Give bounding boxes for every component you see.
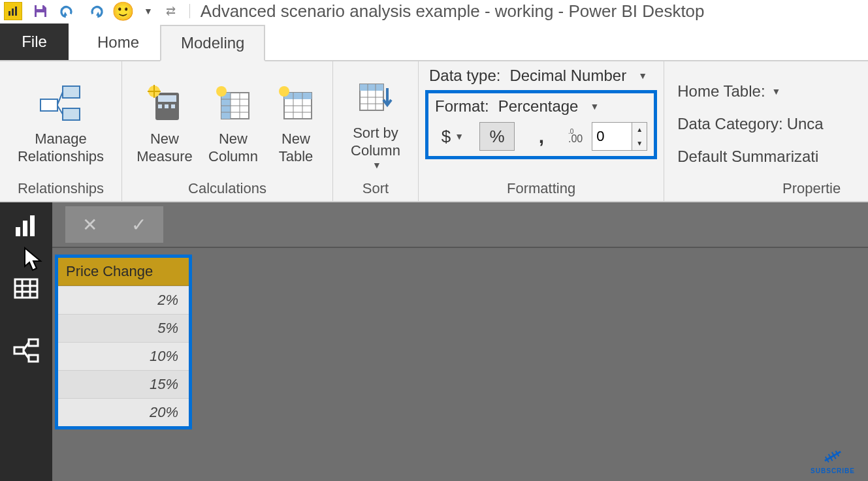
- report-view-button[interactable]: [8, 208, 44, 244]
- new-measure-icon: [142, 80, 187, 126]
- new-column-button[interactable]: New Column: [203, 78, 263, 166]
- sort-by-column-icon: [353, 74, 398, 120]
- svg-rect-47: [29, 355, 38, 362]
- home-table-label: Home Table:: [677, 82, 765, 101]
- currency-format-button[interactable]: $ ▼: [435, 122, 470, 151]
- svg-rect-40: [15, 279, 37, 298]
- chevron-down-icon[interactable]: ▼: [772, 86, 781, 97]
- svg-rect-6: [63, 86, 80, 98]
- new-table-label: New Table: [279, 130, 313, 166]
- group-label-relationships: Relationships: [18, 178, 104, 198]
- smiley-icon[interactable]: 🙂: [114, 2, 132, 20]
- data-type-value[interactable]: Decimal Number: [509, 67, 626, 85]
- manage-relationships-button[interactable]: Manage Relationships: [7, 78, 115, 166]
- formula-input[interactable]: [167, 211, 868, 238]
- redo-icon[interactable]: [86, 2, 104, 20]
- sort-by-column-button[interactable]: Sort by Column ▼: [340, 72, 411, 172]
- svg-rect-45: [14, 347, 24, 354]
- new-column-label: New Column: [208, 130, 258, 166]
- svg-rect-46: [29, 339, 38, 346]
- new-table-icon: [273, 80, 319, 126]
- group-label-calculations: Calculations: [188, 178, 266, 198]
- model-view-button[interactable]: [8, 333, 44, 369]
- sort-by-column-label: Sort by Column: [351, 124, 400, 160]
- decimal-places-stepper[interactable]: ▲ ▼: [592, 122, 647, 151]
- new-measure-label: New Measure: [137, 130, 193, 166]
- percent-icon: %: [489, 127, 504, 147]
- new-measure-button[interactable]: New Measure: [129, 78, 201, 166]
- new-table-button[interactable]: New Table: [266, 78, 326, 166]
- formula-bar: ✕ ✓: [52, 202, 868, 248]
- subscribe-label: SUBSCRIBE: [811, 467, 855, 474]
- cancel-formula-button[interactable]: ✕: [71, 211, 110, 238]
- commit-formula-button[interactable]: ✓: [120, 211, 159, 238]
- comma-icon: ,: [539, 125, 544, 147]
- svg-rect-1: [12, 8, 14, 16]
- decimal-places-input[interactable]: [592, 122, 632, 151]
- spin-down-icon[interactable]: ▼: [632, 136, 647, 150]
- ribbon-group-properties: Home Table: ▼ Data Category: Unca Defaul…: [664, 61, 847, 201]
- table-row[interactable]: 20%: [58, 398, 189, 426]
- data-category-label: Data Category:: [677, 115, 782, 133]
- chevron-down-icon: ▼: [455, 131, 464, 142]
- data-type-label: Data type:: [429, 67, 500, 85]
- manage-relationships-label: Manage Relationships: [18, 130, 104, 166]
- ribbon-group-relationships: Manage Relationships Relationships: [0, 61, 122, 201]
- svg-rect-37: [16, 227, 20, 236]
- dollar-icon: $: [442, 127, 451, 147]
- svg-rect-0: [8, 11, 10, 16]
- svg-rect-11: [165, 104, 169, 108]
- table-row[interactable]: 5%: [58, 314, 189, 342]
- spin-up-icon[interactable]: ▲: [632, 123, 647, 136]
- table-header[interactable]: Price Change: [58, 258, 189, 286]
- svg-rect-5: [40, 99, 57, 111]
- price-change-table[interactable]: Price Change 2% 5% 10% 15% 20%: [55, 255, 192, 429]
- undo-icon[interactable]: [59, 2, 77, 20]
- tab-modeling[interactable]: Modeling: [160, 25, 265, 61]
- ribbon: Manage Relationships Relationships New M…: [0, 60, 868, 202]
- group-label-properties: Propertie: [782, 178, 841, 198]
- format-value[interactable]: Percentage: [498, 97, 579, 116]
- group-label-formatting: Formatting: [507, 178, 575, 198]
- format-highlight-box: Format: Percentage ▼ $ ▼ % ,: [425, 90, 657, 159]
- title-bar: 🙂 ▼ ⇄ Advanced scenario analysis example…: [0, 0, 868, 22]
- new-column-icon: [210, 80, 256, 126]
- percent-format-button[interactable]: %: [479, 122, 515, 151]
- table-row[interactable]: 2%: [58, 286, 189, 314]
- table-row[interactable]: 10%: [58, 342, 189, 370]
- svg-rect-10: [158, 104, 162, 108]
- default-summarization-label: Default Summarizati: [677, 147, 818, 166]
- svg-rect-4: [37, 12, 44, 17]
- ribbon-group-sort: Sort by Column ▼ Sort: [333, 61, 419, 201]
- save-icon[interactable]: [31, 2, 50, 20]
- group-label-sort: Sort: [362, 178, 389, 198]
- relationships-icon: [38, 80, 84, 126]
- subscribe-badge[interactable]: SUBSCRIBE: [811, 446, 855, 474]
- app-logo-icon: [4, 2, 22, 20]
- svg-rect-9: [158, 95, 176, 102]
- thousands-separator-button[interactable]: ,: [524, 122, 559, 151]
- view-switcher-rail: [0, 202, 52, 481]
- qat-customize-icon[interactable]: ⇄: [162, 2, 180, 20]
- svg-rect-32: [360, 84, 383, 91]
- svg-rect-12: [171, 104, 175, 108]
- data-category-value[interactable]: Unca: [787, 115, 824, 133]
- chevron-down-icon: ▼: [372, 160, 381, 172]
- decimal-places-icon: .0 .00: [568, 129, 583, 144]
- table-row[interactable]: 15%: [58, 370, 189, 398]
- ribbon-group-formatting: Data type: Decimal Number ▼ Format: Perc…: [419, 61, 664, 201]
- svg-rect-39: [30, 215, 35, 236]
- chevron-down-icon[interactable]: ▼: [638, 70, 647, 81]
- tab-home[interactable]: Home: [76, 23, 160, 60]
- chevron-down-icon[interactable]: ▼: [144, 6, 153, 16]
- tab-file[interactable]: File: [0, 23, 69, 60]
- chevron-down-icon[interactable]: ▼: [590, 101, 599, 112]
- ribbon-tab-strip: File Home Modeling: [0, 22, 868, 60]
- data-view-button[interactable]: [8, 270, 44, 307]
- data-canvas: Price Change 2% 5% 10% 15% 20%: [52, 248, 868, 481]
- svg-rect-38: [23, 221, 27, 236]
- window-title: Advanced scenario analysis example - wor…: [201, 1, 705, 22]
- format-label: Format:: [435, 97, 489, 116]
- svg-point-30: [279, 86, 289, 97]
- svg-rect-3: [37, 5, 42, 9]
